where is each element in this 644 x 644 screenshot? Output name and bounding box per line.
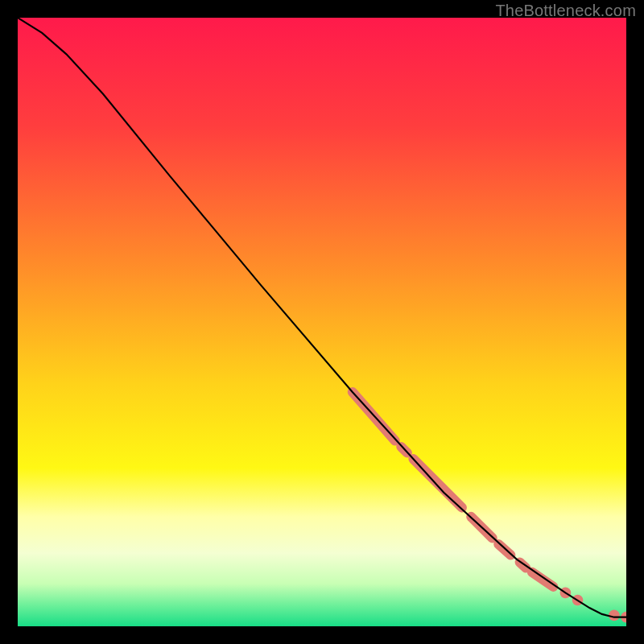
chart-frame: TheBottleneck.com (0, 0, 644, 644)
gradient-background (18, 18, 626, 626)
bottleneck-chart (18, 18, 626, 626)
